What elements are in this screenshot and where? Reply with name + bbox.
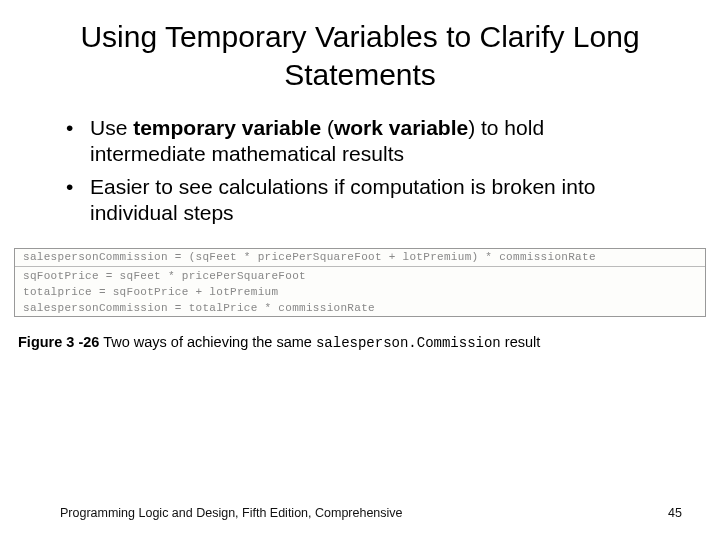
- caption-code: salesperson.Commission: [316, 335, 501, 351]
- code-example: salespersonCommission = (sqFeet * priceP…: [14, 248, 706, 317]
- list-item: • Use temporary variable (work variable)…: [60, 115, 660, 168]
- footer-left: Programming Logic and Design, Fifth Edit…: [60, 506, 403, 520]
- code-line: totalprice = sqFootPrice + lotPremium: [15, 284, 705, 300]
- bullet-text: Easier to see calculations if computatio…: [90, 174, 660, 227]
- bullet-text: Use temporary variable (work variable) t…: [90, 115, 660, 168]
- caption-tail: result: [501, 334, 541, 350]
- term-temporary-variable: temporary variable: [133, 116, 321, 139]
- caption-body: Two ways of achieving the same: [99, 334, 316, 350]
- slide: Using Temporary Variables to Clarify Lon…: [0, 0, 720, 540]
- text-fragment: Use: [90, 116, 133, 139]
- bullet-list: • Use temporary variable (work variable)…: [0, 115, 720, 226]
- page-number: 45: [668, 506, 682, 520]
- slide-title: Using Temporary Variables to Clarify Lon…: [0, 18, 720, 93]
- code-line: sqFootPrice = sqFeet * pricePerSquareFoo…: [15, 268, 705, 284]
- bullet-dot: •: [60, 115, 90, 168]
- footer: Programming Logic and Design, Fifth Edit…: [0, 506, 720, 520]
- figure-label: Figure 3 -26: [18, 334, 99, 350]
- figure-caption: Figure 3 -26 Two ways of achieving the s…: [18, 333, 702, 352]
- bullet-dot: •: [60, 174, 90, 227]
- text-fragment: (: [321, 116, 334, 139]
- list-item: • Easier to see calculations if computat…: [60, 174, 660, 227]
- code-line: salespersonCommission = (sqFeet * priceP…: [15, 249, 705, 265]
- divider: [15, 266, 705, 267]
- code-line: salespersonCommission = totalPrice * com…: [15, 300, 705, 316]
- term-work-variable: work variable: [334, 116, 468, 139]
